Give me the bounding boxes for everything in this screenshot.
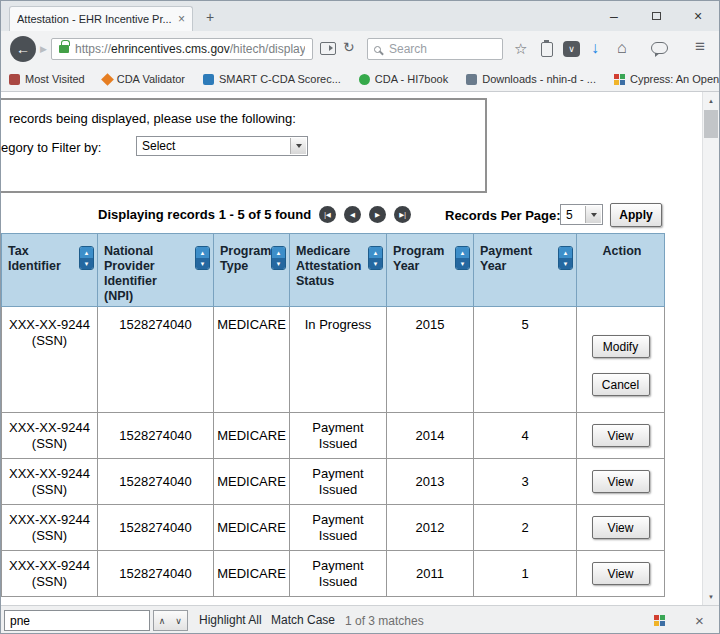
header-payment-year: Payment Year ▲▼ xyxy=(474,234,577,307)
filter-panel: records being displayed, please use the … xyxy=(1,98,487,193)
cell-payment-year: 5 xyxy=(474,307,577,413)
bookmark-nhin-d[interactable]: Downloads - nhin-d - ... xyxy=(466,73,596,85)
search-bar[interactable] xyxy=(367,38,503,60)
search-input[interactable] xyxy=(387,41,496,57)
sort-button[interactable]: ▲▼ xyxy=(195,246,210,270)
find-next-button[interactable]: ∨ xyxy=(170,610,188,631)
sort-desc-icon: ▼ xyxy=(272,258,285,269)
cell-action: View xyxy=(577,505,665,551)
maximize-button[interactable] xyxy=(635,1,677,31)
header-attestation-status: Medicare Attestation Status ▲▼ xyxy=(290,234,387,307)
records-per-page-value: 5 xyxy=(566,208,573,222)
scroll-up-button[interactable]: ▲ xyxy=(703,92,719,109)
forward-button[interactable]: ▶ xyxy=(40,44,47,54)
cell-payment-year: 4 xyxy=(474,413,577,459)
cell-npi: 1528274040 xyxy=(98,551,214,597)
find-input[interactable] xyxy=(4,610,150,631)
chat-bubble-icon[interactable] xyxy=(651,42,668,54)
padlock-icon xyxy=(59,45,69,53)
browser-tab[interactable]: Attestation - EHR Incentive Pr... × xyxy=(9,6,193,31)
pager-next-button[interactable]: ▶ xyxy=(369,206,386,223)
bookmark-cda-validator[interactable]: CDA Validator xyxy=(103,73,185,85)
bookmark-label: Downloads - nhin-d - ... xyxy=(482,73,596,85)
url-path: /hitech/displayAt xyxy=(230,42,305,56)
scroll-down-button[interactable]: ▼ xyxy=(703,588,719,605)
attestations-table: Tax Identifier ▲▼ National Provider Iden… xyxy=(1,233,665,597)
records-per-page-select[interactable]: 5 xyxy=(560,204,603,225)
pager-last-button[interactable]: ▶| xyxy=(394,206,411,223)
sort-asc-icon: ▲ xyxy=(369,247,382,258)
pager-first-button[interactable]: |◀ xyxy=(319,206,336,223)
bookmark-star-icon[interactable]: ☆ xyxy=(514,40,527,58)
bookmark-cypress[interactable]: Cypress: An Open Sou... xyxy=(614,73,720,85)
cancel-button[interactable]: Cancel xyxy=(592,373,650,396)
bookmark-smart-ccda[interactable]: SMART C-CDA Scorec... xyxy=(203,73,341,85)
close-icon: × xyxy=(694,8,702,24)
pocket-icon[interactable]: ∨ xyxy=(563,41,580,57)
header-program-type: Program Type ▲▼ xyxy=(214,234,290,307)
cell-payment-year: 1 xyxy=(474,551,577,597)
minimize-button[interactable]: – xyxy=(593,1,635,31)
find-close-icon[interactable]: × xyxy=(695,612,704,629)
sort-desc-icon: ▼ xyxy=(80,258,93,269)
sort-asc-icon: ▲ xyxy=(456,247,469,258)
sort-button[interactable]: ▲▼ xyxy=(271,246,286,270)
bookmarks-clipboard-icon[interactable] xyxy=(541,42,553,57)
reload-icon[interactable]: ↻ xyxy=(343,40,355,54)
cell-npi: 1528274040 xyxy=(98,413,214,459)
pager-previous-button[interactable]: ◀ xyxy=(344,206,361,223)
home-icon[interactable]: ⌂ xyxy=(617,39,627,57)
cell-program-year: 2011 xyxy=(387,551,474,597)
sort-button[interactable]: ▲▼ xyxy=(368,246,383,270)
new-tab-button[interactable]: + xyxy=(199,9,221,27)
menu-icon[interactable]: ≡ xyxy=(695,38,705,56)
sort-button[interactable]: ▲▼ xyxy=(79,246,94,270)
cell-action: View xyxy=(577,459,665,505)
vertical-scrollbar[interactable]: ▲ ▼ xyxy=(702,92,719,605)
downloads-icon[interactable]: ↓ xyxy=(591,39,599,57)
scrollbar-thumb[interactable] xyxy=(704,110,718,138)
header-label: Action xyxy=(603,244,642,258)
cell-npi: 1528274040 xyxy=(98,307,214,413)
modify-button[interactable]: Modify xyxy=(592,335,650,358)
back-button[interactable]: ← xyxy=(10,36,36,62)
sort-desc-icon: ▼ xyxy=(456,258,469,269)
sort-button[interactable]: ▲▼ xyxy=(558,246,573,270)
cell-status: Payment Issued xyxy=(290,459,387,505)
match-case-button[interactable]: Match Case xyxy=(271,613,335,627)
find-bar: ∧ ∨ Highlight All Match Case 1 of 3 matc… xyxy=(1,605,719,634)
filter-select[interactable]: Select xyxy=(136,136,308,156)
nhin-d-icon xyxy=(466,74,477,85)
cell-tax: XXX-XX-9244 (SSN) xyxy=(2,307,98,413)
titlebar: Attestation - EHR Incentive Pr... × + – … xyxy=(1,1,719,31)
cda-validator-icon xyxy=(101,73,114,86)
view-button[interactable]: View xyxy=(592,562,650,585)
smart-ccda-icon xyxy=(203,74,214,85)
cell-program-type: MEDICARE xyxy=(214,551,290,597)
cell-npi: 1528274040 xyxy=(98,459,214,505)
cell-program-type: MEDICARE xyxy=(214,459,290,505)
cell-status: In Progress xyxy=(290,307,387,413)
sort-button[interactable]: ▲▼ xyxy=(455,246,470,270)
dropdown-arrow-icon xyxy=(290,138,306,154)
apply-button[interactable]: Apply xyxy=(610,203,662,227)
tab-close-icon[interactable]: × xyxy=(178,13,185,25)
filter-by-label: egory to Filter by: xyxy=(1,140,101,155)
bookmark-most-visited[interactable]: Most Visited xyxy=(9,73,85,85)
close-button[interactable]: × xyxy=(677,1,719,31)
page-action-icon[interactable] xyxy=(320,42,336,55)
url-scheme: https:// xyxy=(75,42,111,56)
highlight-all-button[interactable]: Highlight All xyxy=(199,613,262,627)
view-button[interactable]: View xyxy=(592,516,650,539)
header-label: Program Year xyxy=(393,244,444,273)
find-previous-button[interactable]: ∧ xyxy=(153,610,171,631)
hi7book-icon xyxy=(359,74,370,85)
bookmark-hi7book[interactable]: CDA - HI7book xyxy=(359,73,448,85)
most-visited-icon xyxy=(9,74,20,85)
cell-payment-year: 2 xyxy=(474,505,577,551)
cell-status: Payment Issued xyxy=(290,505,387,551)
view-button[interactable]: View xyxy=(592,424,650,447)
url-bar[interactable]: https://ehrincentives.cms.gov/hitech/dis… xyxy=(51,38,313,60)
table-row: XXX-XX-9244 (SSN) 1528274040 MEDICARE Pa… xyxy=(2,551,665,597)
view-button[interactable]: View xyxy=(592,470,650,493)
